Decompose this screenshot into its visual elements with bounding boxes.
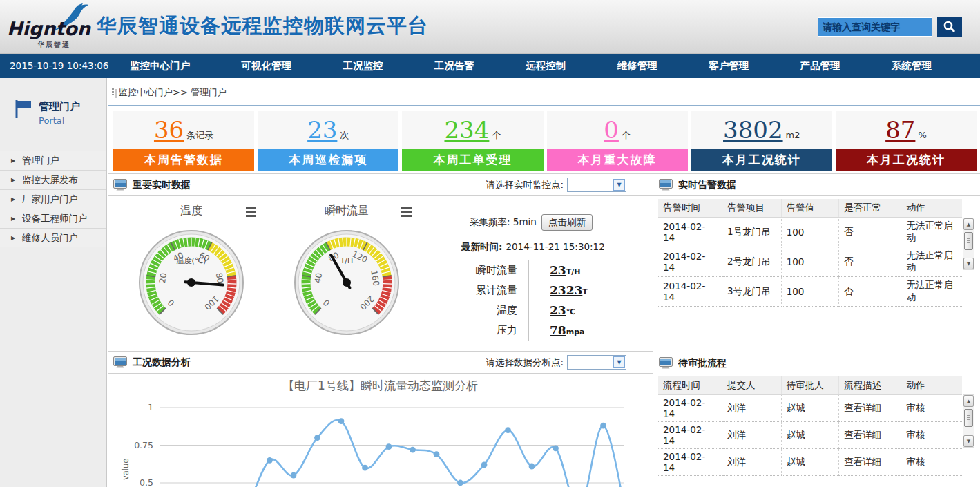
table-cell: 赵城 xyxy=(781,395,839,422)
sidebar-item[interactable]: ▶设备工程师门户 xyxy=(0,209,106,228)
table-cell: 2014-02-14 xyxy=(658,395,722,422)
table-cell: 否 xyxy=(839,247,901,277)
sidebar-item[interactable]: ▶维修人员门户 xyxy=(0,228,106,247)
alarms-section-header: 实时告警数据 xyxy=(653,173,980,196)
action-link[interactable]: 审核 xyxy=(901,449,962,476)
table-row: 2014-02-14刘洋赵城查看详细审核 xyxy=(658,422,962,449)
column-header: 提交人 xyxy=(722,376,781,395)
table-cell: 否 xyxy=(839,218,901,247)
stat-label-bar: 本周告警数据 xyxy=(113,149,254,171)
nav-item[interactable]: 客户管理 xyxy=(709,59,749,73)
stat-number-link[interactable]: 0 xyxy=(604,118,619,142)
nav-item[interactable]: 产品管理 xyxy=(800,59,840,73)
brand-name: Hignton xyxy=(7,18,90,39)
search-button[interactable] xyxy=(937,17,962,37)
svg-text:温度(℃): 温度(℃) xyxy=(177,256,206,265)
reading-value: 78mpa xyxy=(528,321,633,341)
portal-subtitle: Portal xyxy=(39,115,64,126)
stat-card: 3802m2本月工况统计 xyxy=(691,111,832,171)
analysis-point-select-group: 请选择数据分析点: ▼ xyxy=(486,355,626,370)
table-row: 2014-02-14刘洋赵城查看详细审核 xyxy=(658,449,962,476)
nav-item[interactable]: 工况告警 xyxy=(434,59,474,73)
scroll-thumb[interactable] xyxy=(964,409,973,427)
scroll-thumb[interactable] xyxy=(964,232,973,250)
chevron-down-icon: ▼ xyxy=(613,179,625,191)
realtime-readings-panel: 采集频率: 5min 点击刷新 最新时间: 2014-11-21 15:30:1… xyxy=(456,214,633,341)
stat-card: 87%本月工况统计 xyxy=(836,111,977,171)
nav-item[interactable]: 维修管理 xyxy=(617,59,657,73)
scroll-up-button[interactable]: ▲ xyxy=(963,218,974,230)
svg-text:0.5: 0.5 xyxy=(140,477,153,487)
alarms-table: 告警时间告警项目告警值是否正常动作2014-02-141号龙门吊100否无法正常… xyxy=(658,199,962,307)
sidebar-item-label: 设备工程师门户 xyxy=(22,213,88,224)
stat-unit: 条记录 xyxy=(186,129,213,142)
sampling-frequency-row: 采集频率: 5min 点击刷新 xyxy=(470,214,633,231)
nav-item[interactable]: 系统管理 xyxy=(892,59,932,73)
nav-timestamp: 2015-10-19 10:43:06 xyxy=(10,60,108,71)
action-link[interactable]: 查看详细 xyxy=(839,449,901,476)
stat-label-bar: 本周工单受理 xyxy=(402,149,543,171)
approvals-table-scrollbar[interactable]: ▲ ▼ xyxy=(963,394,974,448)
analysis-point-select[interactable]: ▼ xyxy=(567,355,626,370)
nav-item[interactable]: 工况监控 xyxy=(343,59,383,73)
breadcrumb-row: 监控中心门户>> 管理门户 xyxy=(112,86,227,99)
svg-text:T/H: T/H xyxy=(340,256,354,265)
reading-label: 温度 xyxy=(456,300,528,321)
alarms-table-scrollbar[interactable]: ▲ ▼ xyxy=(963,218,974,270)
column-header: 动作 xyxy=(901,376,962,395)
arrow-right-icon: ▶ xyxy=(11,229,15,247)
sidebar-item[interactable]: ▶厂家用户门户 xyxy=(0,189,106,209)
gauge-title: 温度 xyxy=(122,204,260,218)
action-link[interactable]: 审核 xyxy=(901,395,962,422)
stat-number-link[interactable]: 3802 xyxy=(723,118,783,142)
stat-label-bar: 本月重大故障 xyxy=(547,149,688,171)
sidebar-item-label: 管理门户 xyxy=(22,155,59,166)
table-cell: 刘洋 xyxy=(722,449,781,476)
table-cell: 2014-02-14 xyxy=(658,218,722,247)
reading-value: 2323T xyxy=(528,280,633,300)
scroll-up-button[interactable]: ▲ xyxy=(963,395,974,407)
chart-menu-icon[interactable] xyxy=(401,205,412,218)
stat-card: 23次本周巡检漏项 xyxy=(258,111,398,171)
stat-value-area: 3802m2 xyxy=(691,111,832,149)
scroll-down-button[interactable]: ▼ xyxy=(963,435,974,447)
stat-number-link[interactable]: 36 xyxy=(154,118,184,142)
section-title: 重要实时数据 xyxy=(133,179,191,191)
nav-item[interactable]: 可视化管理 xyxy=(241,59,291,73)
column-header: 告警时间 xyxy=(658,199,722,218)
action-link[interactable]: 审核 xyxy=(901,422,962,449)
section-title: 待审批流程 xyxy=(678,357,727,370)
table-row: 2014-02-143号龙门吊100否无法正常启动 xyxy=(658,277,962,307)
action-link[interactable]: 查看详细 xyxy=(839,395,901,422)
scroll-down-button[interactable]: ▼ xyxy=(963,258,974,269)
sidebar-item[interactable]: ▶监控大屏发布 xyxy=(0,170,106,189)
sidebar-item[interactable]: ▶管理门户 xyxy=(0,151,106,170)
stat-number-link[interactable]: 23 xyxy=(307,118,337,142)
breadcrumb-divider xyxy=(108,105,980,106)
table-cell: 2014-02-14 xyxy=(658,422,722,449)
stat-number-link[interactable]: 87 xyxy=(885,118,915,142)
app-title: 华辰智通设备远程监控物联网云平台 xyxy=(97,12,428,40)
monitor-point-select-group: 请选择实时监控点: ▼ xyxy=(486,178,626,192)
analysis-point-select-label: 请选择数据分析点: xyxy=(486,356,564,369)
nav-item[interactable]: 远程控制 xyxy=(526,59,566,73)
readings-list: 瞬时流量23T/H累计流量2323T温度23℃压力78mpa xyxy=(456,260,633,341)
reading-value: 23T/H xyxy=(528,260,633,280)
sidebar: 管理门户 Portal ▶管理门户▶监控大屏发布▶厂家用户门户▶设备工程师门户▶… xyxy=(0,78,107,487)
breadcrumb[interactable]: 监控中心门户>> 管理门户 xyxy=(119,86,227,99)
refresh-button[interactable]: 点击刷新 xyxy=(541,214,593,231)
nav-item[interactable]: 监控中心门户 xyxy=(130,59,190,73)
stat-number-link[interactable]: 234 xyxy=(444,118,489,142)
table-cell: 赵城 xyxy=(781,449,839,476)
search-input[interactable] xyxy=(818,17,932,37)
realtime-section-header: 重要实时数据 请选择实时监控点: ▼ xyxy=(108,173,653,196)
reading-unit: ℃ xyxy=(566,307,575,316)
reading-number: 23 xyxy=(550,303,566,317)
chart-menu-icon[interactable] xyxy=(246,205,256,218)
monitor-icon xyxy=(113,356,127,368)
latest-time-row: 最新时间: 2014-11-21 15:30:12 xyxy=(456,241,633,260)
monitor-point-select[interactable]: ▼ xyxy=(567,178,626,192)
stat-label-bar: 本月工况统计 xyxy=(836,149,977,171)
action-link[interactable]: 查看详细 xyxy=(839,422,901,449)
main-nav: 2015-10-19 10:43:06 监控中心门户可视化管理工况监控工况告警远… xyxy=(0,54,980,78)
